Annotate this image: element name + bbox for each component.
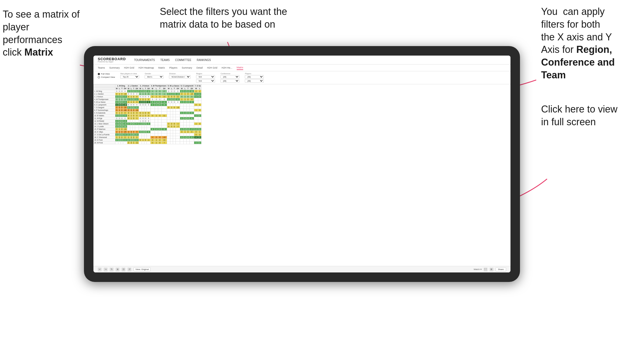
cell-r5-c1-L: 0 — [130, 104, 132, 106]
subnav-players[interactable]: Players — [169, 66, 177, 70]
cell-r8-c2-W: 0 — [139, 112, 142, 114]
radio-full-view[interactable]: Full View — [98, 73, 115, 75]
filter-conference-select2[interactable]: (All) — [220, 79, 239, 83]
cell-r17-c5-W: 3 — [180, 136, 184, 139]
filter-region-select1[interactable]: N/A — [196, 75, 215, 79]
cell-r13-c5-L — [184, 125, 187, 128]
cell-r2-c5-W: 0 — [180, 95, 184, 98]
refresh-button[interactable]: ↺ — [128, 268, 131, 271]
cell-r17-c0-Dif: 0 — [123, 136, 127, 139]
filter-region-select2[interactable]: N/A — [196, 79, 215, 83]
cell-r3-c2-T: 1 — [144, 98, 147, 101]
cell-r10-c0-T: 0 — [121, 117, 123, 120]
cell-r14-c3-W: 4 — [150, 128, 155, 131]
cell-r2-c3-W: 0 — [150, 95, 155, 98]
grid-button[interactable]: ⊞ — [490, 268, 493, 271]
cell-r8-c3-T — [158, 112, 162, 114]
cell-r17-c3-T: 0 — [158, 136, 162, 139]
filter-players-select1[interactable]: (All) — [245, 75, 264, 79]
cell-r0-c1-L: 2 — [130, 90, 132, 93]
cell-r11-c1-L — [130, 120, 132, 123]
cell-r7-c4-L — [170, 109, 173, 112]
sh-d6: Dif — [189, 87, 194, 90]
cell-r6-c1-W: 0 — [127, 106, 130, 109]
redo2-button[interactable]: ↻ — [110, 268, 113, 271]
subnav-matrix[interactable]: Matrix — [158, 66, 165, 70]
settings-button[interactable]: ⊡ — [122, 268, 125, 271]
nav-committee[interactable]: COMMITTEE — [175, 59, 191, 62]
cell-r13-c0-T: 0 — [121, 125, 123, 128]
cell-r11-c5-W — [180, 120, 184, 123]
cell-r8-c2-Dif: 9 — [147, 112, 151, 114]
cell-r16-c4-T — [173, 133, 176, 136]
cell-r16-c2-T — [144, 133, 147, 136]
radio-compact-view[interactable]: Compact View — [98, 76, 115, 78]
view-original-button[interactable]: View: Original — [134, 267, 151, 271]
filter-players-select2[interactable]: (All) — [245, 79, 264, 83]
filter-division-select[interactable]: NCAA Division I — [169, 75, 191, 79]
cell-r19-c1-T: 1 — [132, 142, 135, 144]
cell-r16-c1-Dif: 0 — [135, 133, 139, 136]
cell-r9-c6-L: 1 — [198, 114, 201, 117]
subnav-h2hh[interactable]: H2H He... — [222, 66, 232, 70]
cell-r6-c6-W — [194, 106, 198, 109]
subnav-h2h-grid[interactable]: H2H Grid — [124, 66, 134, 70]
cell-r12-c2-Dif: 0 — [147, 123, 151, 125]
cell-r17-c6-L: 5 — [198, 136, 201, 139]
cell-r2-c4-W: 0 — [167, 95, 170, 98]
cell-r16-c2-L — [142, 133, 144, 136]
cell-r5-c5-W — [180, 104, 184, 106]
zoom-button[interactable]: ⊕ — [116, 268, 119, 271]
nav-rankings[interactable]: RANKINGS — [197, 59, 211, 62]
cell-r4-c3-T: 0 — [158, 101, 162, 104]
cell-r2-c2-T: 0 — [144, 95, 147, 98]
subnav-teams[interactable]: Teams — [98, 66, 105, 70]
cell-r18-c5-Dif — [189, 139, 194, 142]
cell-r6-c3-W — [150, 106, 155, 109]
cell-r17-c0-W: 1 — [115, 136, 118, 139]
redo-button[interactable]: ↪ — [104, 268, 108, 271]
cell-r16-c1-L: 1 — [130, 133, 132, 136]
nav-tournaments[interactable]: TOURNAMENTS — [134, 59, 155, 62]
cell-r14-c2-T — [144, 128, 147, 131]
cell-r5-c4-Dif — [176, 104, 180, 106]
subnav-h2h-heatmap[interactable]: H2H Heatmap — [139, 66, 154, 70]
subnav-players-summary[interactable]: Summary — [182, 66, 192, 70]
cell-r16-c3-Dif — [161, 133, 167, 136]
cell-r0-c1-T: 0 — [132, 90, 135, 93]
subnav-h2h-grid2[interactable]: H2H Grid — [207, 66, 217, 70]
share-button[interactable]: Share — [496, 267, 506, 271]
cell-r12-c0-W: 1 — [115, 123, 118, 125]
cell-r5-c0-T: 0 — [121, 104, 123, 106]
subnav-matrix-active[interactable]: Matrix — [237, 66, 243, 70]
cell-r7-c1-T: 0 — [132, 109, 135, 112]
col-header-4: 4. M Thorbjornsen — [150, 85, 167, 87]
filter-conference-select1[interactable]: (All) — [220, 75, 239, 79]
col-header-3: 3. J Koivun — [139, 85, 151, 87]
cell-r8-c2-L: 1 — [142, 112, 144, 114]
cell-r1-c0-L: 1 — [118, 93, 121, 95]
nav-teams[interactable]: TEAMS — [160, 59, 170, 62]
cell-r4-c5-T: 0 — [187, 101, 190, 104]
cell-r19-c4-L — [170, 142, 173, 144]
cell-r11-c0-L: 1 — [118, 120, 121, 123]
cell-r10-c5-Dif: 4 — [189, 117, 194, 120]
filter-gender-select[interactable]: Men's — [145, 75, 164, 79]
watch-button[interactable]: Watch ▾ — [474, 268, 482, 271]
cell-r13-c1-L — [130, 125, 132, 128]
matrix-scroll-area[interactable]: 1. W Ding 2. L Clanton 3. J Koivun 4. M … — [93, 84, 510, 266]
cell-r6-c4-W: 0 — [167, 106, 170, 109]
cell-r17-c5-Dif: 0 — [189, 136, 194, 139]
cell-r2-c1-Dif: 0 — [135, 95, 139, 98]
cell-r6-c2-Dif — [147, 106, 151, 109]
filter-max-select[interactable]: Top 25 — [120, 75, 139, 79]
cell-r16-c5-Dif — [189, 133, 194, 136]
subnav-detail[interactable]: Detail — [197, 66, 203, 70]
fullscreen-button[interactable]: ⛶ — [484, 268, 487, 271]
cell-r11-c5-T — [187, 120, 190, 123]
undo-button[interactable]: ↩ — [98, 268, 102, 271]
cell-r13-c2-L — [142, 125, 144, 128]
subnav-summary[interactable]: Summary — [109, 66, 120, 70]
cell-r7-c0-T: 0 — [121, 109, 123, 112]
cell-r3-c4-W: 1 — [167, 98, 170, 101]
